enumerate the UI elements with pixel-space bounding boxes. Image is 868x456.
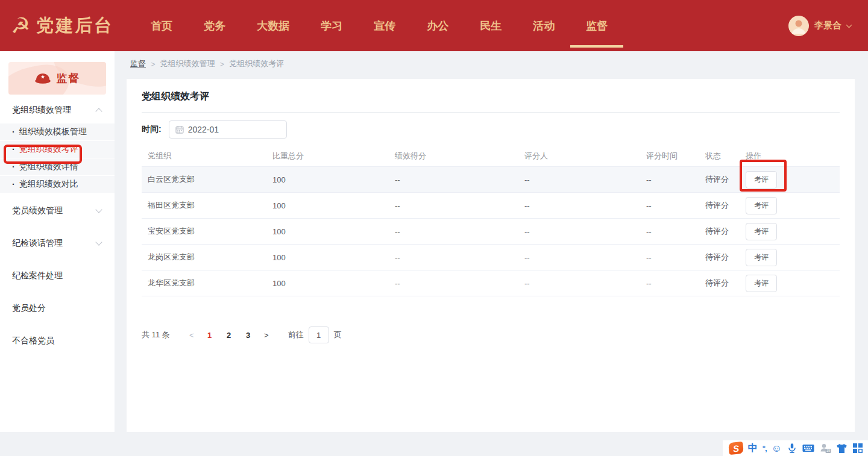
submenu-org-performance: · 组织绩效模板管理 · 党组织绩效考评 · 党组织绩效详情 · 党组织绩效对比 <box>0 123 115 193</box>
table-row: 白云区党支部 100 -- -- -- 待评分 考评 <box>142 167 840 193</box>
menu-item-label: 纪检谈话管理 <box>12 238 63 249</box>
nav-item-home[interactable]: 首页 <box>140 0 183 51</box>
submenu-label: 党组织绩效详情 <box>19 161 78 172</box>
nav-item-livelihood[interactable]: 民生 <box>470 0 512 51</box>
breadcrumb-current: 党组织绩效考评 <box>229 58 284 69</box>
review-button[interactable]: 考评 <box>746 171 777 189</box>
menu-item-label: 党员绩效管理 <box>12 205 63 216</box>
bullet: · <box>12 127 15 137</box>
sidebar: 监督 党组织绩效管理 · 组织绩效模板管理 · 党组织绩效考评 · 党组织绩效详… <box>0 51 115 432</box>
total-cell: 100 <box>272 279 286 288</box>
rater-cell: -- <box>524 279 530 288</box>
sidebar-item-org-performance-review[interactable]: · 党组织绩效考评 <box>0 141 115 158</box>
bullet: · <box>12 180 15 189</box>
status-badge: 待评分 <box>705 226 729 236</box>
nav-item-office[interactable]: 办公 <box>417 0 459 51</box>
review-table: 党组织 比重总分 绩效得分 评分人 评分时间 状态 操作 白云区党支部 100 … <box>142 146 840 296</box>
content-card: 党组织绩效考评 时间: <box>127 79 855 432</box>
breadcrumb-org-performance-management[interactable]: 党组织绩效管理 <box>160 58 215 69</box>
prev-page-button[interactable]: < <box>183 331 200 340</box>
sidebar-item-template-management[interactable]: · 组织绩效模板管理 <box>0 123 115 141</box>
breadcrumb-supervision[interactable]: 监督 <box>130 58 146 69</box>
sidebar-group-org-performance[interactable]: 党组织绩效管理 <box>0 95 115 123</box>
nav-item-activity[interactable]: 活动 <box>523 0 565 51</box>
bullet: · <box>12 145 15 154</box>
page-number-1[interactable]: 1 <box>200 331 219 340</box>
avatar <box>788 16 809 36</box>
submenu-label: 党组织绩效考评 <box>19 144 78 155</box>
time-cell: -- <box>646 253 652 262</box>
sidebar-menu: 党组织绩效管理 · 组织绩效模板管理 · 党组织绩效考评 · 党组织绩效详情 ·… <box>0 95 115 356</box>
org-cell: 龙岗区党支部 <box>148 252 195 261</box>
rater-cell: -- <box>524 227 530 236</box>
microphone-icon[interactable] <box>787 443 797 454</box>
page-suffix-label: 页 <box>334 330 342 340</box>
toolbox-icon[interactable] <box>852 443 863 454</box>
col-party-org: 党组织 <box>142 146 266 167</box>
score-cell: -- <box>395 201 400 210</box>
page-title: 党组织绩效考评 <box>142 79 840 113</box>
chevron-down-icon <box>95 206 102 213</box>
review-button[interactable]: 考评 <box>746 249 777 266</box>
goto-page-label: 前往 <box>288 330 304 340</box>
col-rating-time: 评分时间 <box>640 146 699 167</box>
emoji-icon[interactable]: ☺ <box>772 443 782 454</box>
nav-item-big-data[interactable]: 大数据 <box>247 0 300 51</box>
lexicon-badge: 19 <box>826 449 830 452</box>
sidebar-banner-supervision: 监督 <box>8 62 106 95</box>
party-emblem-icon: ☭ <box>11 15 30 37</box>
col-performance-score: 绩效得分 <box>389 146 518 167</box>
punctuation-icon[interactable]: °, <box>763 444 767 453</box>
submenu-label: 党组织绩效对比 <box>19 179 78 190</box>
user-menu[interactable]: 李景合 <box>788 16 868 36</box>
sidebar-item-discipline-case[interactable]: 纪检案件处理 <box>0 261 115 291</box>
rater-cell: -- <box>524 201 530 210</box>
status-badge: 待评分 <box>705 201 729 210</box>
rater-cell: -- <box>524 253 530 262</box>
goto-page-input[interactable] <box>309 326 329 343</box>
col-rater: 评分人 <box>518 146 640 167</box>
page-number-3[interactable]: 3 <box>239 331 258 340</box>
time-cell: -- <box>646 279 652 288</box>
pagination-total: 共 11 条 <box>142 330 170 340</box>
table-row: 龙华区党支部 100 -- -- -- 待评分 考评 <box>142 270 840 296</box>
breadcrumb-separator: > <box>151 60 156 69</box>
review-button[interactable]: 考评 <box>746 223 777 240</box>
keyboard-icon[interactable] <box>802 443 814 453</box>
bullet: · <box>12 162 15 172</box>
review-button[interactable]: 考评 <box>746 275 777 292</box>
col-total-weight: 比重总分 <box>266 146 389 167</box>
table-row: 宝安区党支部 100 -- -- -- 待评分 考评 <box>142 219 840 245</box>
sidebar-item-member-performance[interactable]: 党员绩效管理 <box>0 196 115 226</box>
total-cell: 100 <box>272 201 286 210</box>
user-name: 李景合 <box>814 20 841 31</box>
next-page-button[interactable]: > <box>258 331 275 340</box>
time-cell: -- <box>646 201 652 210</box>
sidebar-item-member-punishment[interactable]: 党员处分 <box>0 293 115 323</box>
banner-label: 监督 <box>57 71 81 86</box>
date-picker[interactable] <box>169 120 287 139</box>
nav-item-publicity[interactable]: 宣传 <box>363 0 406 51</box>
app-logo: ☭ 党建后台 <box>0 14 135 38</box>
nav-item-party-affairs[interactable]: 党务 <box>193 0 236 51</box>
page-number-2[interactable]: 2 <box>219 331 239 340</box>
time-cell: -- <box>646 175 652 184</box>
nav-item-supervision[interactable]: 监督 <box>576 0 618 51</box>
skin-icon[interactable] <box>836 443 848 454</box>
app-title: 党建后台 <box>36 14 113 38</box>
calendar-icon <box>175 125 184 134</box>
sidebar-item-org-performance-compare[interactable]: · 党组织绩效对比 <box>0 176 115 193</box>
user-lexicon-icon[interactable]: 19 <box>819 443 831 454</box>
main-area: 监督 > 党组织绩效管理 > 党组织绩效考评 党组织绩效考评 时间: <box>115 51 868 456</box>
nav-item-study[interactable]: 学习 <box>310 0 353 51</box>
filter-row: 时间: <box>142 120 840 139</box>
sidebar-item-discipline-talk[interactable]: 纪检谈话管理 <box>0 228 115 258</box>
date-input[interactable] <box>188 125 272 134</box>
sogou-logo-icon[interactable]: S <box>728 442 744 455</box>
sidebar-item-org-performance-detail[interactable]: · 党组织绩效详情 <box>0 158 115 176</box>
org-cell: 宝安区党支部 <box>148 226 195 236</box>
time-cell: -- <box>646 227 652 236</box>
sidebar-item-unqualified-members[interactable]: 不合格党员 <box>0 326 115 356</box>
review-button[interactable]: 考评 <box>746 197 777 214</box>
chinese-mode-icon[interactable]: 中 <box>748 442 758 455</box>
